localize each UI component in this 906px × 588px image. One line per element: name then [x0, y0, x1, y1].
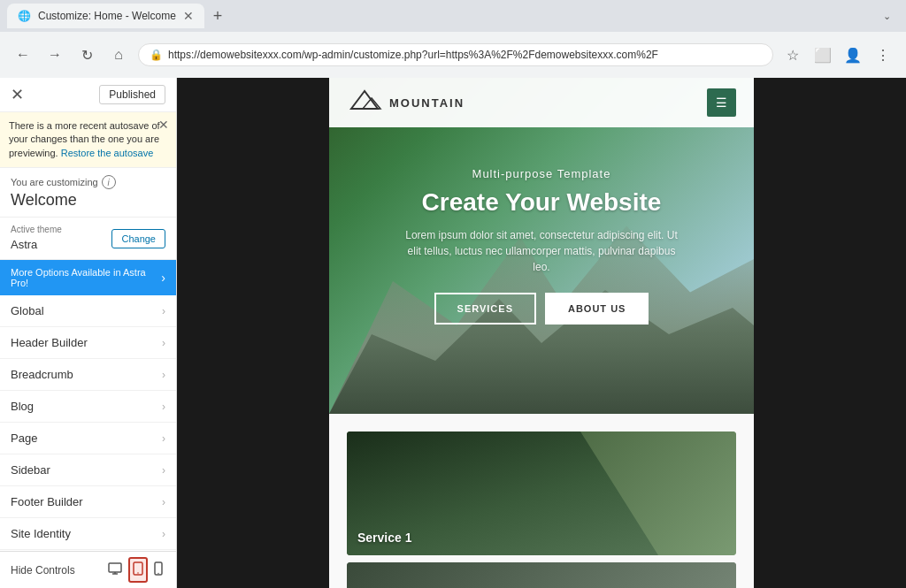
sidebar-header: ✕ Published: [0, 78, 176, 112]
hero-description: Lorem ipsum dolor sit amet, consectetur …: [400, 227, 683, 275]
sidebar-item-site-identity-label: Site Identity: [11, 527, 71, 540]
sidebar-blog-chevron-icon: ›: [162, 401, 165, 413]
sidebar-footer-chevron-icon: ›: [162, 496, 165, 508]
hero-subtitle: Multi-purpose Template: [400, 167, 683, 180]
address-bar[interactable]: 🔒 https://demowebsitexxx.com/wp-admin/cu…: [138, 43, 773, 66]
site-header: MOUNTAIN ☰: [329, 78, 754, 127]
sidebar-item-site-identity[interactable]: Site Identity ›: [0, 518, 176, 550]
service-card-2-bg: [347, 562, 736, 588]
svg-rect-0: [109, 563, 121, 572]
screenshot-button[interactable]: ⬜: [810, 42, 835, 67]
about-button[interactable]: ABOUT US: [545, 293, 649, 325]
info-icon[interactable]: i: [102, 175, 116, 189]
menu-button[interactable]: ⋮: [871, 42, 895, 67]
services-section: Service 1: [329, 414, 754, 588]
toolbar-actions: ☆ ⬜ 👤 ⋮: [780, 42, 895, 67]
sidebar-item-global[interactable]: Global ›: [0, 295, 176, 327]
new-tab-button[interactable]: +: [208, 7, 228, 26]
service-title-1: Service 1: [357, 531, 412, 545]
active-theme-name: Astra: [11, 238, 37, 251]
change-theme-button[interactable]: Change: [111, 229, 165, 248]
astra-pro-banner[interactable]: More Options Available in Astra Pro! ›: [0, 260, 176, 295]
back-button[interactable]: ←: [11, 42, 35, 67]
autosave-notice: There is a more recent autosave of your …: [0, 112, 176, 168]
active-theme-label: Active theme: [11, 225, 62, 234]
desktop-view-button[interactable]: [105, 560, 125, 580]
sidebar-item-global-label: Global: [11, 304, 44, 317]
service-card-2: [347, 562, 736, 588]
reload-button[interactable]: ↻: [74, 42, 99, 67]
main-layout: ✕ Published There is a more recent autos…: [0, 78, 906, 588]
site-logo: MOUNTAIN: [347, 89, 465, 116]
service-card-1: Service 1: [347, 431, 736, 555]
desktop-icon: [108, 562, 122, 575]
sidebar-item-sidebar[interactable]: Sidebar ›: [0, 454, 176, 486]
mountain-logo-icon: [347, 89, 382, 116]
sidebar-page-chevron-icon: ›: [162, 432, 165, 445]
sidebar-item-page-label: Page: [11, 431, 37, 445]
tablet-view-button[interactable]: [128, 557, 148, 583]
published-button[interactable]: Published: [99, 85, 165, 104]
browser-toolbar: ← → ↻ ⌂ 🔒 https://demowebsitexxx.com/wp-…: [0, 32, 906, 78]
sidebar-item-footer-builder-label: Footer Builder: [11, 495, 83, 508]
tab-bar: 🌐 Customize: Home - Welcome ✕ + ⌄: [0, 0, 906, 32]
hero-section: Multi-purpose Template Create Your Websi…: [329, 78, 754, 414]
sidebar-sidebar-chevron-icon: ›: [162, 464, 165, 477]
customizing-label: You are customizing i: [0, 168, 176, 191]
svg-point-4: [137, 572, 139, 574]
tab-close-icon[interactable]: ✕: [183, 9, 194, 23]
sidebar-item-blog-label: Blog: [11, 400, 34, 413]
sidebar-header-chevron-icon: ›: [162, 337, 165, 349]
mobile-icon: [154, 561, 163, 576]
browser-chrome: 🌐 Customize: Home - Welcome ✕ + ⌄ ← → ↻ …: [0, 0, 906, 78]
sidebar-item-footer-builder[interactable]: Footer Builder ›: [0, 486, 176, 518]
sidebar-item-sidebar-label: Sidebar: [11, 463, 50, 477]
sidebar-item-breadcrumb[interactable]: Breadcrumb ›: [0, 359, 176, 391]
forward-button[interactable]: →: [42, 42, 67, 67]
mobile-view-button[interactable]: [151, 559, 165, 581]
url-text: https://demowebsitexxx.com/wp-admin/cust…: [168, 49, 658, 61]
sidebar-breadcrumb-chevron-icon: ›: [162, 369, 165, 381]
sidebar-menu: Global › Header Builder › Breadcrumb › B…: [0, 295, 176, 551]
astra-pro-chevron-icon: ›: [161, 271, 165, 285]
sidebar-identity-chevron-icon: ›: [162, 528, 165, 540]
sidebar-item-breadcrumb-label: Breadcrumb: [11, 368, 73, 381]
home-button[interactable]: ⌂: [106, 42, 131, 67]
preview-area: MOUNTAIN ☰ Multi-purpose Template Create…: [177, 78, 906, 588]
profile-button[interactable]: 👤: [841, 42, 865, 67]
sidebar-item-header-builder[interactable]: Header Builder ›: [0, 327, 176, 359]
preview-frame: MOUNTAIN ☰ Multi-purpose Template Create…: [329, 78, 754, 588]
tab-title: Customize: Home - Welcome: [38, 10, 176, 22]
sidebar-item-blog[interactable]: Blog ›: [0, 391, 176, 423]
autosave-close-button[interactable]: ✕: [158, 118, 169, 132]
sidebar-item-header-builder-label: Header Builder: [11, 336, 88, 349]
sidebar-footer: Hide Controls: [0, 551, 176, 588]
customizing-title: Welcome: [0, 191, 176, 218]
sidebar-close-button[interactable]: ✕: [11, 85, 24, 104]
services-button[interactable]: SERVICES: [434, 293, 536, 325]
sidebar-global-chevron-icon: ›: [162, 305, 165, 317]
sidebar-item-page[interactable]: Page ›: [0, 423, 176, 454]
secure-icon: 🔒: [150, 49, 163, 61]
tablet-icon: [133, 561, 143, 576]
hamburger-button[interactable]: ☰: [707, 88, 736, 117]
customizing-label-text: You are customizing: [11, 177, 98, 187]
hero-title: Create Your Website: [400, 187, 683, 218]
hide-controls[interactable]: Hide Controls: [11, 564, 75, 577]
active-theme-section: Active theme Astra Change: [0, 218, 176, 260]
window-maximize[interactable]: ⌄: [874, 4, 899, 28]
service-image-1: Service 1: [347, 431, 736, 555]
hero-buttons: SERVICES ABOUT US: [400, 293, 683, 325]
site-name: MOUNTAIN: [389, 96, 465, 110]
active-tab[interactable]: 🌐 Customize: Home - Welcome ✕: [7, 4, 204, 28]
hide-controls-text: Hide Controls: [11, 564, 75, 577]
bookmark-button[interactable]: ☆: [780, 42, 805, 67]
sidebar: ✕ Published There is a more recent autos…: [0, 78, 177, 588]
astra-pro-text: More Options Available in Astra Pro!: [11, 267, 161, 288]
hero-content: Multi-purpose Template Create Your Websi…: [382, 149, 701, 343]
tab-favicon: 🌐: [18, 10, 31, 22]
svg-point-6: [157, 573, 158, 574]
restore-autosave-link[interactable]: Restore the autosave: [61, 148, 154, 158]
view-icons: [105, 557, 165, 583]
